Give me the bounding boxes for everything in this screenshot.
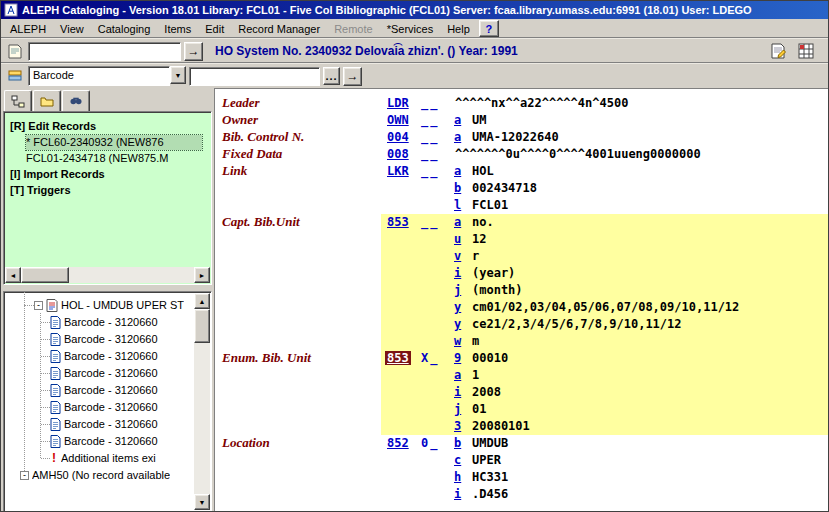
record-number-input[interactable] xyxy=(29,43,180,60)
field-value[interactable]: 20080101 xyxy=(472,419,530,433)
field-indicators[interactable]: __ xyxy=(421,130,439,144)
field-value[interactable]: cm01/02,03/04,05/06,07/08,09/10,11/12 xyxy=(472,300,739,314)
record-go-button[interactable]: → xyxy=(184,42,203,61)
field-value[interactable]: 1 xyxy=(472,368,479,382)
field-tag[interactable]: LKR xyxy=(385,164,411,178)
browse-button[interactable]: ... xyxy=(323,67,340,85)
field-tag[interactable]: 008 xyxy=(385,147,411,161)
overview-item-barcode[interactable]: Barcode - 3120660 xyxy=(50,433,158,449)
menu-item-cataloging[interactable]: Cataloging xyxy=(91,20,158,38)
field-indicators[interactable]: __ xyxy=(421,215,439,229)
field-value[interactable]: (year) xyxy=(472,266,515,280)
field-subfield-code[interactable]: b xyxy=(454,181,461,195)
overview-item-barcode[interactable]: Barcode - 3120660 xyxy=(50,365,158,381)
field-tag[interactable]: OWN xyxy=(385,113,411,127)
field-tag[interactable]: 004 xyxy=(385,130,411,144)
field-value[interactable]: 01 xyxy=(472,402,486,416)
menu-item-view[interactable]: View xyxy=(53,20,91,38)
overview-item-barcode[interactable]: Barcode - 3120660 xyxy=(50,382,158,398)
field-value[interactable]: ce21/2,3/4/5/6,7/8,9/10,11/12 xyxy=(472,317,682,331)
field-indicators[interactable]: __ xyxy=(421,164,439,178)
overview-vscrollbar[interactable]: ▲ ▼ xyxy=(194,293,210,510)
field-indicators[interactable]: X_ xyxy=(421,351,439,365)
hscroll-track[interactable] xyxy=(21,267,194,283)
scroll-down-icon[interactable]: ▼ xyxy=(194,494,210,510)
field-indicators[interactable]: __ xyxy=(421,113,439,127)
field-value[interactable]: (month) xyxy=(472,283,523,297)
field-value[interactable]: m xyxy=(472,334,479,348)
edit-records-group[interactable]: [R] Edit Records xyxy=(10,119,202,134)
field-value[interactable]: UM xyxy=(472,113,486,127)
field-indicators[interactable]: 0_ xyxy=(421,436,439,450)
tab-search[interactable] xyxy=(62,90,90,111)
field-subfield-code[interactable]: i xyxy=(454,266,461,280)
field-subfield-code[interactable]: w xyxy=(454,334,461,348)
field-tag[interactable]: LDR xyxy=(385,96,411,110)
field-subfield-code[interactable]: 3 xyxy=(454,419,461,433)
collapse-icon[interactable]: - xyxy=(34,301,43,310)
field-subfield-code[interactable]: l xyxy=(454,198,461,212)
field-tag[interactable]: 853 xyxy=(385,215,411,229)
menu-item-remote[interactable]: Remote xyxy=(327,20,380,38)
menu-item-items[interactable]: Items xyxy=(157,20,198,38)
tab-edit-records[interactable] xyxy=(4,90,32,112)
overview-sibling-amh50[interactable]: - AMH50 (No record available xyxy=(20,467,170,483)
edit-records-record[interactable]: FCL01-2434718 (NEW875.M xyxy=(26,151,202,166)
edit-records-record[interactable]: * FCL60-2340932 (NEW876 xyxy=(26,135,202,150)
field-value[interactable]: FCL01 xyxy=(472,198,508,212)
field-value[interactable]: UPER xyxy=(472,453,501,467)
field-subfield-code[interactable]: a xyxy=(454,215,461,229)
field-subfield-code[interactable]: a xyxy=(454,113,461,127)
field-subfield-code[interactable]: b xyxy=(454,436,461,450)
field-value[interactable]: no. xyxy=(472,215,494,229)
field-value[interactable]: .D456 xyxy=(472,487,508,501)
overview-item-barcode[interactable]: Barcode - 3120660 xyxy=(50,416,158,432)
menu-item-help[interactable]: Help xyxy=(440,20,477,38)
field-value[interactable]: UMDUB xyxy=(472,436,508,450)
field-indicators[interactable]: __ xyxy=(421,147,439,161)
field-value[interactable]: ^^^^^nx^^a22^^^^^4n^4500 xyxy=(455,96,628,110)
edit-records-group[interactable]: [I] Import Records xyxy=(10,167,202,182)
edit-record-icon[interactable] xyxy=(768,41,788,61)
field-subfield-code[interactable]: a xyxy=(454,130,461,144)
field-subfield-code[interactable]: j xyxy=(454,402,461,416)
field-subfield-code[interactable]: v xyxy=(454,249,461,263)
field-subfield-code[interactable]: a xyxy=(454,164,461,178)
field-subfield-code[interactable]: i xyxy=(454,487,461,501)
field-subfield-code[interactable]: u xyxy=(454,232,461,246)
field-subfield-code[interactable]: 9 xyxy=(454,351,461,365)
scroll-left-icon[interactable]: ◄ xyxy=(5,267,21,283)
field-value[interactable]: 00010 xyxy=(472,351,508,365)
record-bar-icon[interactable] xyxy=(5,41,25,61)
chevron-down-icon[interactable]: ▼ xyxy=(170,66,186,84)
collapse-icon[interactable]: - xyxy=(20,471,29,480)
hscroll-thumb[interactable] xyxy=(21,267,69,283)
field-value[interactable]: HC331 xyxy=(472,470,508,484)
menu-item-aleph[interactable]: ALEPH xyxy=(3,20,53,38)
edit-records-hscrollbar[interactable]: ◄ ► xyxy=(5,267,210,283)
field-tag[interactable]: 853 xyxy=(385,351,411,365)
field-subfield-code[interactable]: c xyxy=(454,453,461,467)
help-icon-button[interactable]: ? xyxy=(479,20,499,37)
menu-item-services[interactable]: *Services xyxy=(380,20,440,38)
grid-view-icon[interactable] xyxy=(796,41,816,61)
field-subfield-code[interactable]: y xyxy=(454,317,461,331)
overview-root-holdings[interactable]: - HOL - UMDUB UPER ST xyxy=(34,297,184,313)
scroll-right-icon[interactable]: ► xyxy=(194,267,210,283)
overview-item-barcode[interactable]: Barcode - 3120660 xyxy=(50,314,158,330)
field-subfield-code[interactable]: h xyxy=(454,470,461,484)
field-value[interactable]: HOL xyxy=(472,164,494,178)
field-subfield-code[interactable]: j xyxy=(454,283,461,297)
field-subfield-code[interactable]: y xyxy=(454,300,461,314)
field-value[interactable]: UMA-12022640 xyxy=(472,130,559,144)
field-subfield-code[interactable]: i xyxy=(454,385,461,399)
field-value[interactable]: r xyxy=(472,249,479,263)
overview-item-barcode[interactable]: Barcode - 3120660 xyxy=(50,348,158,364)
overview-item-barcode[interactable]: Barcode - 3120660 xyxy=(50,331,158,347)
overview-item-alert[interactable]: !Additional items exi xyxy=(50,450,156,466)
field-value[interactable]: 002434718 xyxy=(472,181,537,195)
menu-item-edit[interactable]: Edit xyxy=(198,20,231,38)
vscroll-thumb[interactable] xyxy=(194,309,210,343)
scroll-up-icon[interactable]: ▲ xyxy=(194,293,210,309)
edit-records-group[interactable]: [T] Triggers xyxy=(10,183,202,198)
